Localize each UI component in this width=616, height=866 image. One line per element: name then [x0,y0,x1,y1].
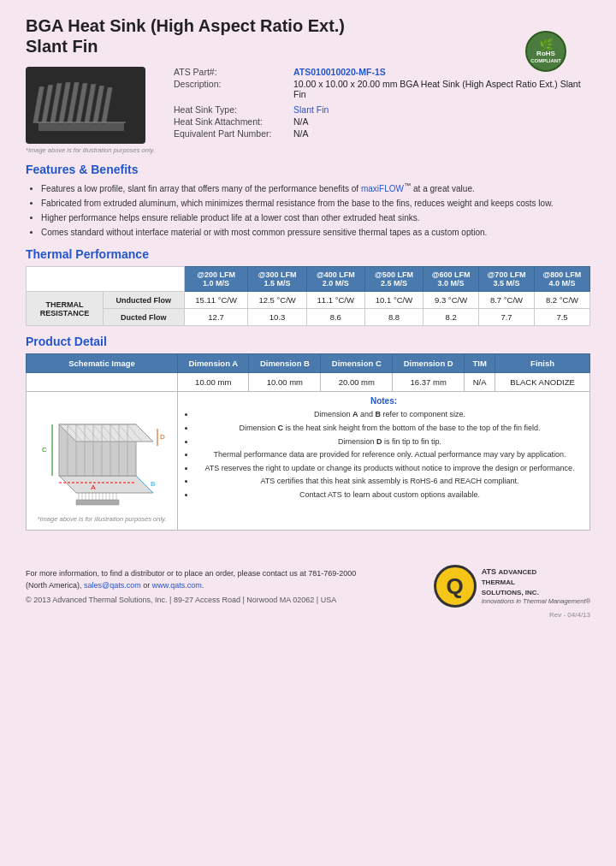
unducted-800: 8.2 °C/W [534,292,589,309]
col-600lfm: @600 LFM3.0 M/S [424,267,479,292]
note-2: Dimension C is the heat sink height from… [195,423,584,434]
footer-copyright: © 2013 Advanced Thermal Solutions, Inc. … [26,596,368,604]
schematic-svg: A B C D [33,399,170,510]
ducted-500: 8.8 [364,309,423,326]
product-image-container: *Image above is for illustration purpose… [26,67,158,154]
ducted-400: 8.6 [306,309,364,326]
product-image-svg [30,71,141,139]
thermal-perf-title: Thermal Performance [26,247,590,261]
part-label: ATS Part#: [174,67,293,77]
svg-text:C: C [42,446,47,454]
attach-value: N/A [293,116,309,127]
ats-logo-info: ATS ADVANCEDTHERMALSOLUTIONS, INC. Innov… [482,567,590,605]
part-value: ATS010010020-MF-1S [293,67,386,77]
dim-c-value: 20.00 mm [321,373,393,392]
note-5: ATS reserves the right to update or chan… [195,463,584,474]
product-image-note: *Image above is for illustration purpose… [26,146,158,154]
notes-title: Notes: [183,396,584,406]
ats-q-letter: Q [447,573,464,600]
note-1: Dimension A and B refer to component siz… [195,409,584,420]
col-200lfm: @200 LFM1.0 M/S [184,267,248,292]
ducted-300: 10.3 [248,309,306,326]
ducted-700: 7.7 [479,309,535,326]
unducted-700: 8.7 °C/W [479,292,535,309]
dim-b-value: 10.00 mm [249,373,321,392]
ducted-flow-label: Ducted Flow [104,309,185,326]
ats-company-name: ATS ADVANCEDTHERMALSOLUTIONS, INC. [482,567,590,597]
type-value: Slant Fin [293,104,329,115]
feature-item-3: Higher performance helps ensure reliable… [41,212,590,224]
col-300lfm: @300 LFM1.5 M/S [248,267,306,292]
svg-marker-11 [59,476,153,493]
product-detail-table: Schematic Image Dimension A Dimension B … [26,353,590,531]
col-700lfm: @700 LFM3.5 M/S [479,267,535,292]
rohs-text: RoHS [536,50,555,58]
header-section: *Image above is for illustration purpose… [26,67,590,154]
rohs-subtext: COMPLIANT [530,58,561,64]
col-400lfm: @400 LFM2.0 M/S [306,267,364,292]
dim-d-value: 16.37 mm [393,373,465,392]
ducted-800: 7.5 [534,309,589,326]
unducted-300: 12.5 °C/W [248,292,306,309]
footer-email-link[interactable]: sales@qats.com [84,581,141,590]
ats-tagline: Innovations in Thermal Management® [482,597,590,605]
thermal-resistance-label: THERMAL RESISTANCE [27,292,104,326]
ducted-200: 12.7 [184,309,248,326]
revision-note: Rev - 04/4/13 [26,611,590,619]
note-6: ATS certifies that this heat sink assemb… [195,476,584,487]
attach-label: Heat Sink Attachment: [174,116,293,127]
equiv-label: Equivalent Part Number: [174,128,293,139]
schematic-image-cell: A B C D [27,392,178,531]
features-title: Features & Benefits [26,163,590,176]
thermal-performance-table: AIR VELOCITY @200 LFM1.0 M/S @300 LFM1.5… [26,266,590,326]
col-800lfm: @800 LFM4.0 M/S [534,267,589,292]
note-3: Dimension D is fin tip to fin tip. [195,436,584,448]
footer-website-link[interactable]: www.qats.com [152,581,202,590]
footer: For more information, to find a distribu… [26,565,590,619]
col-schematic: Schematic Image [27,354,178,373]
feature-item-1: Features a low profile, slant fin array … [41,181,590,195]
footer-contact-text: For more information, to find a distribu… [26,568,368,591]
air-velocity-label: AIR VELOCITY [27,267,185,292]
unducted-200: 15.11 °C/W [184,292,248,309]
notes-cell: Notes: Dimension A and B refer to compon… [178,392,590,531]
col-dim-c: Dimension C [321,354,393,373]
page-title: BGA Heat Sink (High Aspect Ratio Ext.) S… [26,15,590,56]
svg-rect-38 [76,500,119,505]
col-dim-a: Dimension A [178,354,249,373]
ats-logo: Q ATS ADVANCEDTHERMALSOLUTIONS, INC. Inn… [434,565,590,608]
desc-label: Description: [174,79,293,99]
info-table: ATS Part#: ATS010010020-MF-1S Descriptio… [174,67,590,140]
product-image-box [26,67,145,144]
finish-value: BLACK ANODIZE [495,373,590,392]
unducted-flow-label: Unducted Flow [104,292,185,309]
footer-contact: For more information, to find a distribu… [26,568,368,604]
col-dim-b: Dimension B [249,354,321,373]
product-detail-title: Product Detail [26,335,590,348]
dim-values-row [27,373,178,392]
svg-text:B: B [151,480,155,488]
ats-logo-circle: Q [434,565,477,608]
type-label: Heat Sink Type: [174,104,293,115]
col-tim: TIM [465,354,495,373]
unducted-600: 9.3 °C/W [424,292,479,309]
unducted-400: 11.1 °C/W [306,292,364,309]
desc-value: 10.00 x 10.00 x 20.00 mm BGA Heat Sink (… [293,79,590,99]
rohs-badge: 🌿 RoHS COMPLIANT [525,31,566,72]
maxiflow-link[interactable]: maxiFLOW [361,184,404,193]
dim-a-value: 10.00 mm [178,373,249,392]
feature-item-4: Comes standard without interface materia… [41,227,590,239]
col-dim-d: Dimension D [393,354,465,373]
notes-list: Dimension A and B refer to component siz… [195,409,584,500]
col-finish: Finish [495,354,590,373]
col-500lfm: @500 LFM2.5 M/S [364,267,423,292]
svg-text:D: D [160,433,165,441]
svg-marker-13 [59,424,153,442]
note-7: Contact ATS to learn about custom option… [195,489,584,501]
note-4: Thermal performance data are provided fo… [195,449,584,460]
ducted-600: 8.2 [424,309,479,326]
tim-value: N/A [465,373,495,392]
unducted-500: 10.1 °C/W [364,292,423,309]
schematic-note: *Image above is for illustration purpose… [33,515,170,523]
feature-item-2: Fabricated from extruded aluminum, which… [41,198,590,210]
